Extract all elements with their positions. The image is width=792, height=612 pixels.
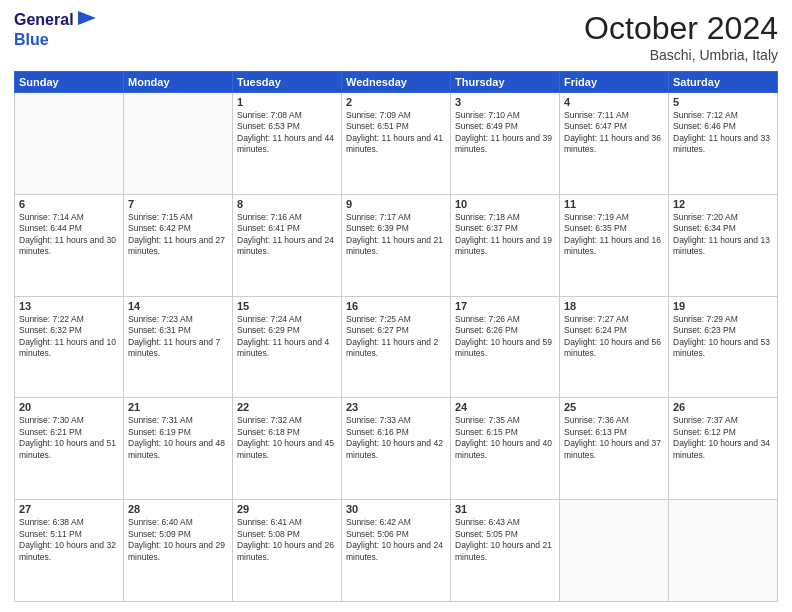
day-number: 27 xyxy=(19,503,119,515)
day-detail: Sunrise: 7:18 AMSunset: 6:37 PMDaylight:… xyxy=(455,212,555,258)
day-number: 1 xyxy=(237,96,337,108)
logo-general: General xyxy=(14,11,74,29)
week-row-2: 6Sunrise: 7:14 AMSunset: 6:44 PMDaylight… xyxy=(15,194,778,296)
calendar-cell: 3Sunrise: 7:10 AMSunset: 6:49 PMDaylight… xyxy=(451,93,560,195)
day-number: 16 xyxy=(346,300,446,312)
day-number: 26 xyxy=(673,401,773,413)
day-number: 25 xyxy=(564,401,664,413)
day-number: 7 xyxy=(128,198,228,210)
day-number: 10 xyxy=(455,198,555,210)
day-detail: Sunrise: 6:42 AMSunset: 5:06 PMDaylight:… xyxy=(346,517,446,563)
day-detail: Sunrise: 7:37 AMSunset: 6:12 PMDaylight:… xyxy=(673,415,773,461)
calendar-cell: 29Sunrise: 6:41 AMSunset: 5:08 PMDayligh… xyxy=(233,500,342,602)
calendar-cell: 7Sunrise: 7:15 AMSunset: 6:42 PMDaylight… xyxy=(124,194,233,296)
calendar-cell: 14Sunrise: 7:23 AMSunset: 6:31 PMDayligh… xyxy=(124,296,233,398)
calendar-cell: 18Sunrise: 7:27 AMSunset: 6:24 PMDayligh… xyxy=(560,296,669,398)
logo-blue: Blue xyxy=(14,31,49,48)
calendar-cell: 6Sunrise: 7:14 AMSunset: 6:44 PMDaylight… xyxy=(15,194,124,296)
calendar-cell: 11Sunrise: 7:19 AMSunset: 6:35 PMDayligh… xyxy=(560,194,669,296)
day-detail: Sunrise: 6:40 AMSunset: 5:09 PMDaylight:… xyxy=(128,517,228,563)
day-detail: Sunrise: 7:15 AMSunset: 6:42 PMDaylight:… xyxy=(128,212,228,258)
day-number: 4 xyxy=(564,96,664,108)
day-detail: Sunrise: 7:20 AMSunset: 6:34 PMDaylight:… xyxy=(673,212,773,258)
day-detail: Sunrise: 7:10 AMSunset: 6:49 PMDaylight:… xyxy=(455,110,555,156)
calendar-cell: 9Sunrise: 7:17 AMSunset: 6:39 PMDaylight… xyxy=(342,194,451,296)
day-number: 13 xyxy=(19,300,119,312)
logo: General Blue xyxy=(14,10,96,50)
day-number: 8 xyxy=(237,198,337,210)
calendar-cell: 2Sunrise: 7:09 AMSunset: 6:51 PMDaylight… xyxy=(342,93,451,195)
day-detail: Sunrise: 6:41 AMSunset: 5:08 PMDaylight:… xyxy=(237,517,337,563)
day-detail: Sunrise: 7:32 AMSunset: 6:18 PMDaylight:… xyxy=(237,415,337,461)
day-number: 21 xyxy=(128,401,228,413)
day-number: 20 xyxy=(19,401,119,413)
day-number: 30 xyxy=(346,503,446,515)
day-number: 2 xyxy=(346,96,446,108)
day-detail: Sunrise: 7:24 AMSunset: 6:29 PMDaylight:… xyxy=(237,314,337,360)
day-detail: Sunrise: 6:38 AMSunset: 5:11 PMDaylight:… xyxy=(19,517,119,563)
day-number: 23 xyxy=(346,401,446,413)
day-number: 15 xyxy=(237,300,337,312)
calendar-cell: 27Sunrise: 6:38 AMSunset: 5:11 PMDayligh… xyxy=(15,500,124,602)
calendar-cell: 20Sunrise: 7:30 AMSunset: 6:21 PMDayligh… xyxy=(15,398,124,500)
calendar-cell: 15Sunrise: 7:24 AMSunset: 6:29 PMDayligh… xyxy=(233,296,342,398)
day-number: 29 xyxy=(237,503,337,515)
day-number: 24 xyxy=(455,401,555,413)
day-detail: Sunrise: 7:33 AMSunset: 6:16 PMDaylight:… xyxy=(346,415,446,461)
calendar-cell: 26Sunrise: 7:37 AMSunset: 6:12 PMDayligh… xyxy=(669,398,778,500)
week-row-5: 27Sunrise: 6:38 AMSunset: 5:11 PMDayligh… xyxy=(15,500,778,602)
calendar-cell: 28Sunrise: 6:40 AMSunset: 5:09 PMDayligh… xyxy=(124,500,233,602)
day-number: 6 xyxy=(19,198,119,210)
day-detail: Sunrise: 7:26 AMSunset: 6:26 PMDaylight:… xyxy=(455,314,555,360)
day-detail: Sunrise: 7:22 AMSunset: 6:32 PMDaylight:… xyxy=(19,314,119,360)
day-detail: Sunrise: 7:25 AMSunset: 6:27 PMDaylight:… xyxy=(346,314,446,360)
day-detail: Sunrise: 7:27 AMSunset: 6:24 PMDaylight:… xyxy=(564,314,664,360)
weekday-header-tuesday: Tuesday xyxy=(233,72,342,93)
calendar: SundayMondayTuesdayWednesdayThursdayFrid… xyxy=(14,71,778,602)
day-number: 28 xyxy=(128,503,228,515)
calendar-cell: 22Sunrise: 7:32 AMSunset: 6:18 PMDayligh… xyxy=(233,398,342,500)
weekday-header-monday: Monday xyxy=(124,72,233,93)
calendar-cell xyxy=(669,500,778,602)
page: General Blue October 2024 Baschi, Umbria… xyxy=(0,0,792,612)
day-detail: Sunrise: 7:36 AMSunset: 6:13 PMDaylight:… xyxy=(564,415,664,461)
calendar-cell: 13Sunrise: 7:22 AMSunset: 6:32 PMDayligh… xyxy=(15,296,124,398)
calendar-cell: 23Sunrise: 7:33 AMSunset: 6:16 PMDayligh… xyxy=(342,398,451,500)
calendar-cell: 10Sunrise: 7:18 AMSunset: 6:37 PMDayligh… xyxy=(451,194,560,296)
calendar-cell xyxy=(15,93,124,195)
calendar-cell xyxy=(124,93,233,195)
day-detail: Sunrise: 7:29 AMSunset: 6:23 PMDaylight:… xyxy=(673,314,773,360)
month-year: October 2024 xyxy=(584,10,778,47)
day-number: 11 xyxy=(564,198,664,210)
title-block: October 2024 Baschi, Umbria, Italy xyxy=(584,10,778,63)
week-row-4: 20Sunrise: 7:30 AMSunset: 6:21 PMDayligh… xyxy=(15,398,778,500)
day-number: 14 xyxy=(128,300,228,312)
week-row-3: 13Sunrise: 7:22 AMSunset: 6:32 PMDayligh… xyxy=(15,296,778,398)
weekday-header-thursday: Thursday xyxy=(451,72,560,93)
day-detail: Sunrise: 7:30 AMSunset: 6:21 PMDaylight:… xyxy=(19,415,119,461)
calendar-cell: 25Sunrise: 7:36 AMSunset: 6:13 PMDayligh… xyxy=(560,398,669,500)
calendar-cell: 12Sunrise: 7:20 AMSunset: 6:34 PMDayligh… xyxy=(669,194,778,296)
calendar-cell: 5Sunrise: 7:12 AMSunset: 6:46 PMDaylight… xyxy=(669,93,778,195)
weekday-header-row: SundayMondayTuesdayWednesdayThursdayFrid… xyxy=(15,72,778,93)
day-detail: Sunrise: 7:35 AMSunset: 6:15 PMDaylight:… xyxy=(455,415,555,461)
day-detail: Sunrise: 7:14 AMSunset: 6:44 PMDaylight:… xyxy=(19,212,119,258)
day-number: 22 xyxy=(237,401,337,413)
day-number: 9 xyxy=(346,198,446,210)
calendar-cell: 8Sunrise: 7:16 AMSunset: 6:41 PMDaylight… xyxy=(233,194,342,296)
day-number: 18 xyxy=(564,300,664,312)
calendar-cell xyxy=(560,500,669,602)
header: General Blue October 2024 Baschi, Umbria… xyxy=(14,10,778,63)
day-detail: Sunrise: 7:11 AMSunset: 6:47 PMDaylight:… xyxy=(564,110,664,156)
day-number: 17 xyxy=(455,300,555,312)
day-detail: Sunrise: 7:08 AMSunset: 6:53 PMDaylight:… xyxy=(237,110,337,156)
weekday-header-wednesday: Wednesday xyxy=(342,72,451,93)
weekday-header-sunday: Sunday xyxy=(15,72,124,93)
day-number: 19 xyxy=(673,300,773,312)
calendar-cell: 4Sunrise: 7:11 AMSunset: 6:47 PMDaylight… xyxy=(560,93,669,195)
calendar-cell: 1Sunrise: 7:08 AMSunset: 6:53 PMDaylight… xyxy=(233,93,342,195)
calendar-cell: 19Sunrise: 7:29 AMSunset: 6:23 PMDayligh… xyxy=(669,296,778,398)
day-detail: Sunrise: 7:12 AMSunset: 6:46 PMDaylight:… xyxy=(673,110,773,156)
week-row-1: 1Sunrise: 7:08 AMSunset: 6:53 PMDaylight… xyxy=(15,93,778,195)
calendar-cell: 21Sunrise: 7:31 AMSunset: 6:19 PMDayligh… xyxy=(124,398,233,500)
